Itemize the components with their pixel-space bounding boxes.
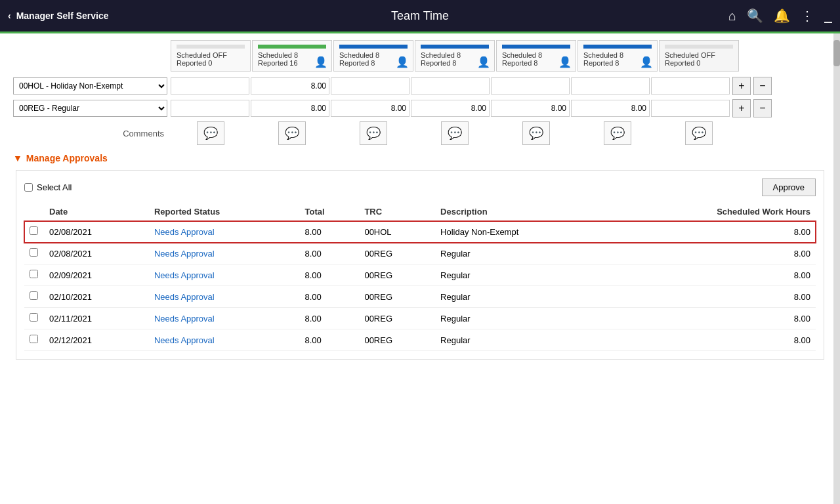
row-status-0[interactable]: Needs Approval (149, 221, 300, 243)
row1-remove-button[interactable]: − (753, 77, 772, 95)
row2-label: 00REG - Regular (13, 100, 171, 117)
row-status-4[interactable]: Needs Approval (149, 308, 300, 329)
row-trc-5: 00REG (359, 329, 435, 351)
day-person-icon-5: 👤 (558, 56, 572, 68)
row-scheduled-hours-3: 8.00 (610, 286, 816, 308)
row2-add-button[interactable]: + (732, 99, 751, 117)
row2-select[interactable]: 00REG - Regular (13, 100, 167, 117)
row-checkbox-input-0[interactable] (30, 226, 38, 235)
search-icon[interactable]: 🔍 (747, 8, 763, 24)
comments-label: Comments (13, 129, 171, 138)
approve-button[interactable]: Approve (762, 178, 816, 196)
row-status-5[interactable]: Needs Approval (149, 329, 300, 351)
comment-button-6[interactable]: 💬 (604, 121, 631, 145)
row2-remove-button[interactable]: − (753, 99, 772, 117)
row1-input-2[interactable] (251, 77, 329, 94)
row-total-5: 8.00 (300, 329, 360, 351)
comment-button-1[interactable]: 💬 (197, 121, 224, 145)
table-row: 02/12/2021Needs Approval8.0000REGRegular… (24, 329, 816, 351)
scrollbar[interactable] (833, 33, 840, 504)
scrollbar-thumb[interactable] (833, 40, 840, 66)
row-scheduled-hours-0: 8.00 (610, 221, 816, 243)
comment-button-7[interactable]: 💬 (685, 121, 713, 145)
manage-approvals-header[interactable]: ▼ Manage Approvals (13, 153, 827, 163)
more-icon[interactable]: ⋮ (801, 8, 814, 24)
row1-label: 00HOL - Holiday Non-Exempt (13, 77, 171, 94)
main-content: Scheduled OFFReported 0Scheduled 8Report… (0, 33, 840, 504)
table-row: 02/09/2021Needs Approval8.0000REGRegular… (24, 264, 816, 286)
row2-input-3[interactable] (331, 100, 410, 117)
row-total-2: 8.00 (300, 264, 360, 286)
row2-input-6[interactable] (571, 100, 650, 117)
progress-bar-6 (583, 45, 652, 49)
row2-input-2[interactable] (251, 100, 329, 117)
row-status-3[interactable]: Needs Approval (149, 286, 300, 308)
comment-button-5[interactable]: 💬 (522, 121, 550, 145)
row-total-0: 8.00 (300, 221, 360, 243)
approvals-table: Date Reported Status Total TRC Descripti… (24, 203, 816, 351)
row1-input-6[interactable] (571, 77, 650, 94)
row-checkbox-input-3[interactable] (30, 291, 38, 300)
table-row: 02/08/2021Needs Approval8.0000REGRegular… (24, 243, 816, 264)
comment-cell-1: 💬 (171, 121, 251, 145)
back-button[interactable]: ‹ Manager Self Service (8, 10, 109, 21)
row-status-link-3[interactable]: Needs Approval (154, 292, 215, 302)
row-status-2[interactable]: Needs Approval (149, 264, 300, 286)
bell-icon[interactable]: 🔔 (774, 8, 790, 24)
row1-input-1[interactable] (171, 77, 249, 94)
day-col-3: Scheduled 8Reported 8👤 (333, 40, 413, 72)
day-person-icon-2: 👤 (314, 56, 327, 68)
row-date-1: 02/08/2021 (44, 243, 149, 264)
row1-input-4[interactable] (411, 77, 490, 94)
row-checkbox-input-4[interactable] (30, 313, 38, 322)
row2-input-7[interactable] (651, 100, 730, 117)
row2-input-1[interactable] (171, 100, 249, 117)
row-checkbox-input-5[interactable] (30, 335, 38, 343)
row-status-link-2[interactable]: Needs Approval (154, 270, 215, 280)
row1-select[interactable]: 00HOL - Holiday Non-Exempt (13, 77, 167, 94)
progress-bar-2 (258, 45, 326, 49)
top-navigation: ‹ Manager Self Service Team Time ⌂ 🔍 🔔 ⋮… (0, 0, 840, 32)
day-col-2: Scheduled 8Reported 16👤 (252, 40, 332, 72)
row-status-link-4[interactable]: Needs Approval (154, 314, 215, 324)
row-scheduled-hours-5: 8.00 (610, 329, 816, 351)
row-status-link-0[interactable]: Needs Approval (154, 227, 215, 237)
comment-button-3[interactable]: 💬 (360, 121, 387, 145)
row1-add-button[interactable]: + (732, 77, 751, 95)
progress-bar-5 (502, 45, 570, 49)
row1-input-5[interactable] (491, 77, 570, 94)
progress-bar-container-6 (583, 45, 652, 49)
row-checkbox-1 (24, 243, 44, 264)
home-icon[interactable]: ⌂ (728, 9, 736, 24)
row-status-link-5[interactable]: Needs Approval (154, 335, 215, 345)
select-all-checkbox[interactable] (24, 183, 33, 192)
day-person-icon-3: 👤 (396, 56, 409, 68)
row1-input-3[interactable] (331, 77, 410, 94)
cancel-icon[interactable]: ⎯ (824, 9, 832, 24)
progress-bar-container-3 (339, 45, 408, 49)
row-status-1[interactable]: Needs Approval (149, 243, 300, 264)
row2-input-5[interactable] (491, 100, 570, 117)
table-row: 02/11/2021Needs Approval8.0000REGRegular… (24, 308, 816, 329)
row2-input-4[interactable] (411, 100, 490, 117)
row-checkbox-input-1[interactable] (30, 248, 38, 257)
row-status-link-1[interactable]: Needs Approval (154, 249, 215, 259)
comments-row: Comments 💬💬💬💬💬💬💬 (13, 121, 827, 145)
progress-bar-container-1 (177, 45, 245, 49)
table-row: 02/10/2021Needs Approval8.0000REGRegular… (24, 286, 816, 308)
table-header: Date Reported Status Total TRC Descripti… (24, 203, 816, 221)
nav-icons: ⌂ 🔍 🔔 ⋮ ⎯ (728, 8, 832, 24)
row-scheduled-hours-2: 8.00 (610, 264, 816, 286)
row-total-3: 8.00 (300, 286, 360, 308)
select-all-label[interactable]: Select All (24, 182, 72, 192)
table-row: 02/08/2021Needs Approval8.0000HOLHoliday… (24, 221, 816, 243)
day-scheduled-label-7: Scheduled OFF (665, 51, 733, 59)
comment-button-2[interactable]: 💬 (278, 121, 306, 145)
row-checkbox-5 (24, 329, 44, 351)
row-checkbox-input-2[interactable] (30, 270, 38, 278)
th-scheduled-hours: Scheduled Work Hours (610, 203, 816, 221)
row-date-2: 02/09/2021 (44, 264, 149, 286)
row1-input-7[interactable] (651, 77, 730, 94)
comment-button-4[interactable]: 💬 (441, 121, 469, 145)
progress-bar-container-4 (421, 45, 489, 49)
